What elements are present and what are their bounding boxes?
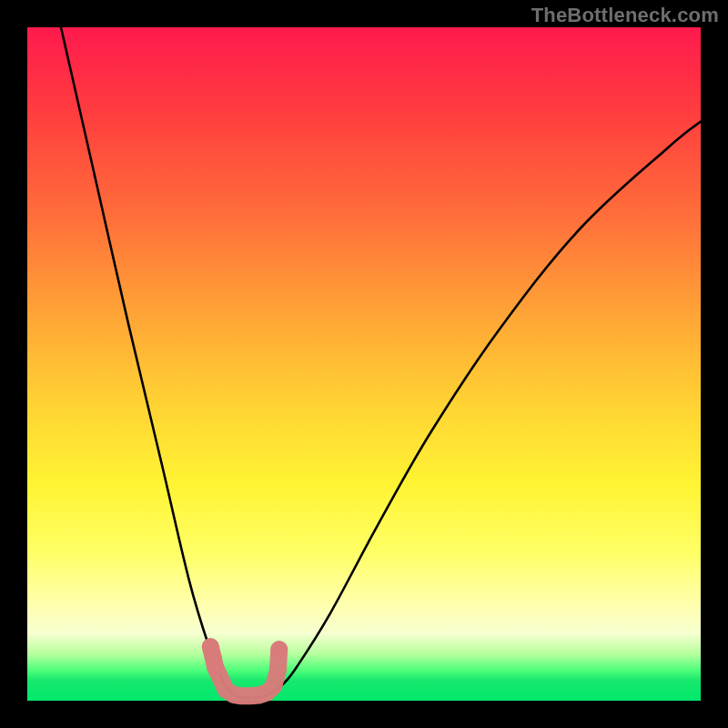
curve-group bbox=[61, 27, 701, 698]
watermark-text: TheBottleneck.com bbox=[531, 4, 719, 27]
chart-svg bbox=[27, 27, 701, 701]
plot-area bbox=[27, 27, 701, 701]
outer-frame: TheBottleneck.com bbox=[0, 0, 728, 728]
threshold-marker-dot bbox=[207, 659, 224, 676]
threshold-marker-dot bbox=[270, 641, 288, 658]
bottleneck-curve-path bbox=[61, 27, 701, 698]
markers-group bbox=[202, 638, 288, 696]
